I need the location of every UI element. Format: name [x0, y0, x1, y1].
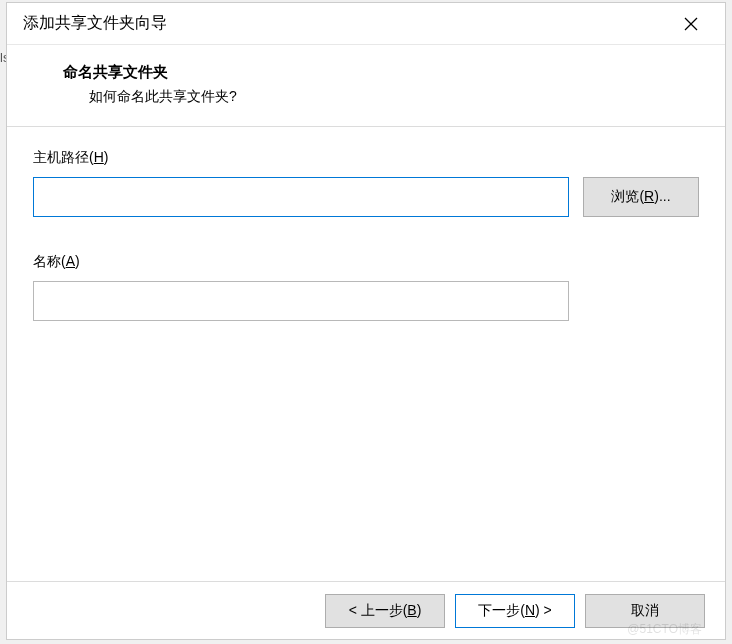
- host-path-row: 浏览(R)...: [33, 177, 699, 217]
- cancel-button[interactable]: 取消: [585, 594, 705, 628]
- wizard-step-title: 命名共享文件夹: [63, 63, 725, 82]
- name-input[interactable]: [33, 281, 569, 321]
- close-button[interactable]: [671, 8, 711, 40]
- back-button[interactable]: < 上一步(B): [325, 594, 445, 628]
- next-button[interactable]: 下一步(N) >: [455, 594, 575, 628]
- wizard-step-subtitle: 如何命名此共享文件夹?: [89, 88, 725, 106]
- wizard-content: 主机路径(H) 浏览(R)... 名称(A): [7, 127, 725, 321]
- browse-button[interactable]: 浏览(R)...: [583, 177, 699, 217]
- wizard-footer: < 上一步(B) 下一步(N) > 取消: [7, 581, 725, 639]
- close-icon: [684, 17, 698, 31]
- host-path-group: 主机路径(H) 浏览(R)...: [33, 149, 699, 217]
- titlebar: 添加共享文件夹向导: [7, 3, 725, 45]
- wizard-window: 添加共享文件夹向导 命名共享文件夹 如何命名此共享文件夹? 主机路径(H) 浏览…: [6, 2, 726, 640]
- window-title: 添加共享文件夹向导: [23, 13, 167, 34]
- name-label: 名称(A): [33, 253, 699, 271]
- wizard-header: 命名共享文件夹 如何命名此共享文件夹?: [7, 45, 725, 127]
- host-path-label: 主机路径(H): [33, 149, 699, 167]
- name-group: 名称(A): [33, 253, 699, 321]
- host-path-input[interactable]: [33, 177, 569, 217]
